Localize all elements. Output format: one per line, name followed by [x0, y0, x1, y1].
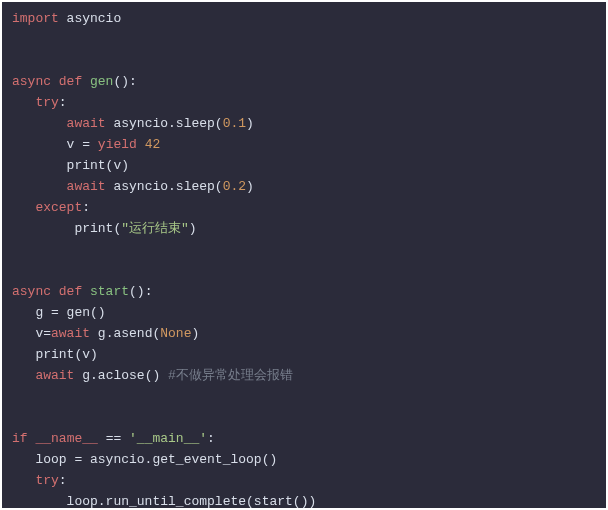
- token-id: g.aclose(): [74, 368, 168, 383]
- code-line: loop.run_until_complete(start()): [12, 491, 596, 508]
- token-id: [12, 473, 35, 488]
- code-line: await asyncio.sleep(0.2): [12, 176, 596, 197]
- token-kw: async def: [12, 284, 90, 299]
- token-punc: :: [82, 200, 90, 215]
- token-id: g = gen(): [12, 305, 106, 320]
- code-block: import asyncio async def gen(): try: awa…: [2, 2, 606, 508]
- code-line: [12, 407, 596, 428]
- token-kw: await: [67, 179, 106, 194]
- token-punc: ): [246, 179, 254, 194]
- token-id: [12, 368, 35, 383]
- token-dund: __name__: [35, 431, 97, 446]
- token-kw: await: [35, 368, 74, 383]
- code-line: print(v): [12, 344, 596, 365]
- token-id: asyncio.sleep(: [106, 116, 223, 131]
- token-punc: ():: [129, 284, 152, 299]
- token-kw: yield: [98, 137, 137, 152]
- token-punc: ): [191, 326, 199, 341]
- token-punc: :: [207, 431, 215, 446]
- token-kw: except: [35, 200, 82, 215]
- token-id: [12, 95, 35, 110]
- code-line: try:: [12, 470, 596, 491]
- code-line: v = yield 42: [12, 134, 596, 155]
- token-punc: ():: [113, 74, 136, 89]
- token-id: print(v): [12, 347, 98, 362]
- token-kw: try: [35, 95, 58, 110]
- code-line: except:: [12, 197, 596, 218]
- token-kw: async def: [12, 74, 90, 89]
- token-op: =: [82, 137, 90, 152]
- token-str: "运行结束": [121, 221, 189, 236]
- token-punc: ): [189, 221, 197, 236]
- token-id: [12, 200, 35, 215]
- token-fn: start: [90, 284, 129, 299]
- token-id: print(: [12, 221, 121, 236]
- token-kw: if: [12, 431, 28, 446]
- token-id: g.asend(: [90, 326, 160, 341]
- token-kw: await: [51, 326, 90, 341]
- token-punc: ): [246, 116, 254, 131]
- code-line: await g.aclose() #不做异常处理会报错: [12, 365, 596, 386]
- code-line: [12, 386, 596, 407]
- token-id: v: [12, 137, 82, 152]
- code-line: if __name__ == '__main__':: [12, 428, 596, 449]
- code-line: print("运行结束"): [12, 218, 596, 239]
- token-id: ==: [98, 431, 129, 446]
- token-id: v=: [12, 326, 51, 341]
- token-num: 42: [145, 137, 161, 152]
- code-line: import asyncio: [12, 8, 596, 29]
- token-punc: :: [59, 95, 67, 110]
- code-line: try:: [12, 92, 596, 113]
- token-id: loop = asyncio.get_event_loop(): [12, 452, 277, 467]
- code-line: await asyncio.sleep(0.1): [12, 113, 596, 134]
- token-kw: import: [12, 11, 59, 26]
- token-id: [137, 137, 145, 152]
- token-num: 0.2: [223, 179, 246, 194]
- token-id: asyncio: [59, 11, 121, 26]
- token-kw: await: [67, 116, 106, 131]
- code-line: [12, 29, 596, 50]
- code-line: [12, 239, 596, 260]
- token-num: 0.1: [223, 116, 246, 131]
- token-punc: :: [59, 473, 67, 488]
- token-id: asyncio.sleep(: [106, 179, 223, 194]
- token-id: [12, 179, 67, 194]
- code-line: print(v): [12, 155, 596, 176]
- code-line: [12, 50, 596, 71]
- code-line: async def gen():: [12, 71, 596, 92]
- code-line: v=await g.asend(None): [12, 323, 596, 344]
- token-id: loop.run_until_complete(start()): [12, 494, 316, 508]
- token-id: [12, 116, 67, 131]
- token-none: None: [160, 326, 191, 341]
- token-id: [90, 137, 98, 152]
- token-kw: try: [35, 473, 58, 488]
- token-cmt: #不做异常处理会报错: [168, 368, 293, 383]
- code-line: [12, 260, 596, 281]
- code-line: async def start():: [12, 281, 596, 302]
- token-id: print(v): [12, 158, 129, 173]
- token-str: '__main__': [129, 431, 207, 446]
- code-line: loop = asyncio.get_event_loop(): [12, 449, 596, 470]
- token-fn: gen: [90, 74, 113, 89]
- code-line: g = gen(): [12, 302, 596, 323]
